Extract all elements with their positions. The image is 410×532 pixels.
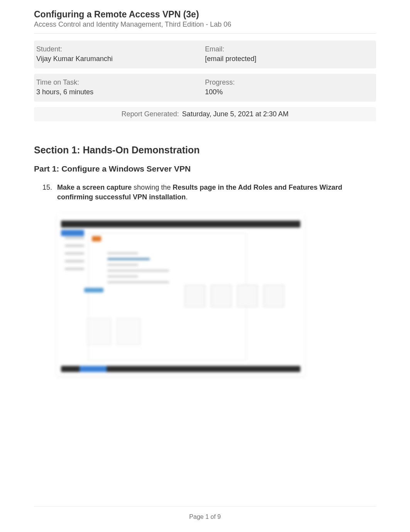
footer-divider (34, 506, 376, 507)
page-footer: Page 1 of 9 (34, 506, 376, 520)
step-lead-bold: Make a screen capture (57, 184, 132, 191)
progress-column: Progress: 100% (205, 78, 374, 96)
time-label: Time on Task: (36, 78, 205, 87)
header-divider (34, 33, 376, 34)
part-title: Part 1: Configure a Windows Server VPN (34, 164, 376, 173)
report-generated-label: Report Generated: (122, 110, 179, 118)
progress-value: 100% (205, 88, 374, 96)
task-info-box: Time on Task: 3 hours, 6 minutes Progres… (34, 74, 376, 102)
progress-label: Progress: (205, 78, 374, 87)
email-column: Email: [email protected] (205, 45, 374, 63)
step-period: . (186, 193, 188, 201)
step-number: 15. (42, 183, 52, 192)
step-item: 15. Make a screen capture showing the Re… (57, 183, 376, 202)
student-info-box: Student: Vijay Kumar Karumanchi Email: [… (34, 41, 376, 68)
page-number: Page 1 of 9 (34, 513, 376, 520)
blurred-screenshot-image (57, 214, 304, 376)
email-label: Email: (205, 45, 374, 53)
document-page: Configuring a Remote Access VPN (3e) Acc… (0, 0, 410, 532)
document-title: Configuring a Remote Access VPN (3e) (34, 9, 376, 20)
step-mid-plain: showing the (132, 184, 173, 191)
report-generated-row: Report Generated: Saturday, June 5, 2021… (34, 107, 376, 121)
document-subtitle: Access Control and Identity Management, … (34, 20, 376, 29)
student-column: Student: Vijay Kumar Karumanchi (36, 45, 205, 63)
time-value: 3 hours, 6 minutes (36, 88, 205, 96)
section-title: Section 1: Hands-On Demonstration (34, 144, 376, 156)
screenshot-container (57, 214, 304, 376)
student-label: Student: (36, 45, 205, 53)
time-column: Time on Task: 3 hours, 6 minutes (36, 78, 205, 96)
steps-list: 15. Make a screen capture showing the Re… (34, 183, 376, 202)
email-value: [email protected] (205, 55, 374, 63)
report-generated-value: Saturday, June 5, 2021 at 2:30 AM (182, 110, 289, 118)
student-value: Vijay Kumar Karumanchi (36, 55, 205, 63)
